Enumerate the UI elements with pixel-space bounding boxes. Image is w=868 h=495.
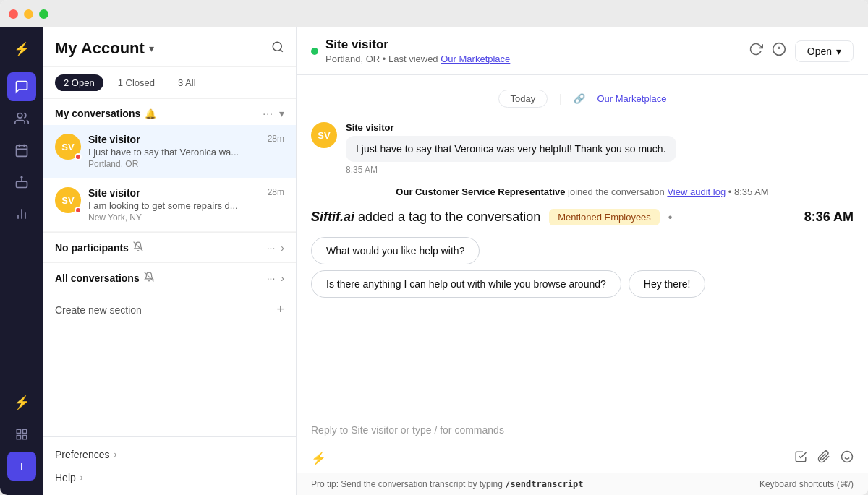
preferences-nav-item[interactable]: Preferences ›	[43, 443, 296, 466]
more-icon[interactable]: ···	[267, 242, 276, 254]
icon-sidebar-top: ⚡	[7, 35, 36, 385]
system-msg-time: 8:35 AM	[734, 186, 769, 197]
open-button[interactable]: Open ▾	[795, 40, 854, 62]
link-icon: 🔗	[574, 93, 585, 104]
lightning-bottom-icon[interactable]: ⚡	[7, 388, 36, 417]
header-left: My Account ▾	[55, 39, 154, 58]
msg-sender: Site visitor	[346, 122, 854, 133]
all-conversations-section[interactable]: All conversations ··· ›	[43, 262, 296, 293]
my-conversations-label: My conversations	[55, 108, 140, 119]
my-conversations-title: My conversations 🔔	[55, 108, 156, 119]
conv-preview: I just have to say that Veronica wa...	[88, 147, 284, 158]
account-title: My Account	[55, 39, 145, 58]
tag-actor: Siftif.ai	[311, 210, 354, 224]
help-label: Help	[55, 472, 76, 483]
conversation-item-2[interactable]: SV Site visitor 28m I am looking to get …	[43, 178, 296, 232]
tab-all[interactable]: 3 All	[169, 74, 205, 91]
avatar: SV	[55, 187, 81, 213]
reply-placeholder: Reply to Site visitor or type / for comm…	[311, 424, 504, 436]
chat-messages: Today | 🔗 Our Marketplace SV Site visito…	[297, 75, 868, 413]
conversation-item-1[interactable]: SV Site visitor 28m I just have to say t…	[43, 125, 296, 178]
help-nav-item[interactable]: Help ›	[43, 466, 296, 489]
search-icon[interactable]	[271, 40, 284, 56]
bell-mute-2-icon	[144, 272, 154, 284]
info-icon[interactable]	[772, 42, 786, 60]
maximize-button[interactable]	[39, 9, 48, 19]
bot-option-2[interactable]: Is there anything I can help out with wh…	[311, 270, 621, 298]
tab-open[interactable]: 2 Open	[55, 74, 103, 91]
close-button[interactable]	[9, 9, 18, 19]
attachment-icon[interactable]	[817, 450, 830, 467]
system-action: joined the conversation	[568, 186, 665, 197]
lightning-toolbar-icon[interactable]: ⚡	[311, 451, 326, 466]
plus-icon: +	[276, 302, 284, 317]
help-chevron-icon: ›	[80, 473, 83, 483]
conv-content: Site visitor 28m I just have to say that…	[88, 134, 284, 169]
svg-line-15	[133, 242, 142, 251]
chat-nav-icon[interactable]	[7, 72, 36, 101]
reply-toolbar-right	[794, 450, 854, 467]
no-participants-section[interactable]: No participants ··· ›	[43, 232, 296, 262]
page-link[interactable]: Our Marketplace	[597, 93, 666, 104]
conv-location: Portland, OR	[88, 159, 284, 169]
user-avatar-nav[interactable]: I	[7, 452, 36, 481]
main-chat-area: Site visitor Portland, OR • Last viewed …	[297, 27, 868, 495]
svg-rect-1	[17, 145, 27, 156]
visitor-message-group: SV Site visitor I just have to say that …	[311, 122, 854, 175]
conversations-section: My conversations 🔔 ··· ▾ SV	[43, 99, 296, 436]
pro-tip-text: Pro tip: Send the conversation transcrip…	[311, 479, 584, 489]
tabs-bar: 2 Open 1 Closed 3 All	[43, 67, 296, 99]
section-actions: ··· ▾	[263, 108, 284, 119]
expand-icon[interactable]: ›	[281, 242, 284, 254]
bot-nav-icon[interactable]	[7, 168, 36, 197]
audit-link[interactable]: View audit log	[667, 186, 726, 197]
tag-action: added a tag to the conversation	[358, 210, 540, 224]
grid-nav-icon[interactable]	[7, 420, 36, 449]
keyboard-shortcuts[interactable]: Keyboard shortcuts (⌘/)	[760, 479, 854, 489]
conv-time: 28m	[268, 134, 284, 144]
bot-row: Is there anything I can help out with wh…	[311, 270, 854, 298]
tag-added-text: Siftif.ai added a tag to the conversatio…	[311, 210, 540, 225]
minimize-button[interactable]	[24, 9, 33, 19]
more-icon-2[interactable]: ···	[267, 272, 276, 284]
avatar-text: SV	[61, 195, 74, 206]
date-label-row: Today | 🔗 Our Marketplace	[311, 90, 854, 108]
account-chevron-icon[interactable]: ▾	[149, 43, 154, 54]
conv-time: 28m	[268, 187, 284, 197]
bot-option-1[interactable]: What would you like help with?	[311, 237, 480, 264]
emoji-icon[interactable]	[841, 450, 854, 467]
checklist-icon[interactable]	[794, 450, 807, 467]
reply-input-row[interactable]: Reply to Site visitor or type / for comm…	[297, 413, 868, 444]
more-options-icon[interactable]: ···	[263, 108, 273, 119]
avatar-text: SV	[61, 142, 74, 152]
conv-name: Site visitor	[88, 134, 140, 145]
tab-closed[interactable]: 1 Closed	[109, 74, 163, 91]
visitor-location: Portland, OR	[326, 53, 380, 64]
system-time: •	[728, 186, 734, 197]
open-chevron-icon: ▾	[836, 46, 841, 57]
calendar-nav-icon[interactable]	[7, 136, 36, 165]
all-conversations-label: All conversations	[55, 272, 140, 284]
no-participants-title: No participants	[55, 241, 143, 254]
meta-link[interactable]: Our Marketplace	[441, 53, 510, 64]
all-conversations-title: All conversations	[55, 272, 154, 284]
reply-toolbar: ⚡	[297, 444, 868, 473]
conv-content: Site visitor 28m I am looking to get som…	[88, 187, 284, 223]
bot-option-3[interactable]: Hey there!	[629, 270, 706, 298]
chat-header: Site visitor Portland, OR • Last viewed …	[297, 27, 868, 75]
left-header: My Account ▾	[43, 27, 296, 67]
visitor-name: Site visitor	[326, 38, 510, 52]
expand-icon-2[interactable]: ›	[281, 272, 284, 284]
refresh-icon[interactable]	[749, 42, 763, 60]
msg-content: Site visitor I just have to say that Ver…	[346, 122, 854, 175]
bullet: •	[668, 211, 673, 224]
analytics-nav-icon[interactable]	[7, 199, 36, 228]
contacts-nav-icon[interactable]	[7, 104, 36, 133]
pro-tip-command: /sendtranscript	[505, 479, 583, 489]
no-participants-actions: ··· ›	[267, 242, 284, 254]
collapse-icon[interactable]: ▾	[279, 108, 284, 119]
my-conversations-section-header: My conversations 🔔 ··· ▾	[43, 99, 296, 125]
reply-toolbar-left: ⚡	[311, 451, 326, 466]
online-dot	[75, 153, 82, 160]
create-new-section[interactable]: Create new section +	[43, 293, 296, 326]
